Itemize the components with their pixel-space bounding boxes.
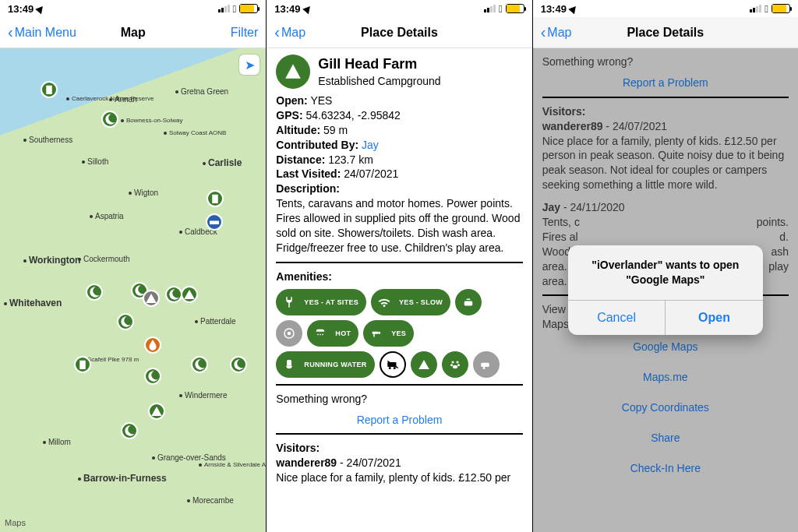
map-city-label: Windermere — [179, 391, 227, 400]
phone-map-screen: 13:49 􀙇 ‹Main Menu Map Filter ➤ AnnanGre… — [0, 0, 266, 532]
map-pin-moon[interactable] — [86, 284, 103, 301]
map-pin-drop[interactable] — [144, 336, 161, 354]
location-icon — [302, 3, 312, 13]
map-city-label: Southerness — [23, 136, 72, 144]
map-city-label: Bowness-on-Solway — [121, 117, 182, 124]
status-bar: 13:49 􀙇 — [267, 0, 531, 17]
map-pin-building[interactable] — [41, 81, 58, 98]
map-city-label: Caerlaverock Nature Reserve — [66, 95, 154, 102]
description-row: Description:Tents, caravans and motor ho… — [276, 181, 522, 255]
svg-point-16 — [457, 364, 460, 366]
amenity-tap: YES — [363, 320, 414, 347]
signal-icon — [484, 5, 496, 12]
wifi-icon: 􀙇 — [764, 3, 768, 15]
nav-title: Map — [121, 26, 146, 40]
wifi-icon: 􀙇 — [233, 3, 237, 15]
alert-message: "iOverlander" wants to open "Google Maps… — [568, 245, 763, 300]
battery-icon — [506, 4, 524, 13]
map-city-label: Arnside & Silverdale AONB — [199, 461, 266, 468]
map-pin-building[interactable] — [74, 356, 91, 373]
dish-icon — [279, 323, 299, 344]
report-problem-link[interactable]: Report a Problem — [276, 413, 522, 428]
shower-icon — [310, 323, 330, 344]
svg-rect-0 — [46, 86, 52, 94]
map-pin-moon[interactable] — [117, 313, 134, 330]
map-pin-moon[interactable] — [121, 422, 138, 439]
signal-icon — [750, 5, 761, 12]
map-pin-moon[interactable] — [165, 286, 182, 303]
tap-icon — [366, 323, 387, 344]
map-pin-building[interactable] — [207, 190, 224, 207]
wifi-icon: 􀙇 — [499, 3, 503, 15]
status-time: 13:49 — [8, 3, 34, 15]
something-wrong-label: Something wrong? — [276, 392, 522, 407]
svg-point-14 — [456, 361, 458, 363]
phone-alert-screen: 13:49 􀙇 ‹Map Place Details Something wro… — [532, 0, 798, 532]
map-pin-bed[interactable] — [206, 213, 223, 231]
svg-rect-18 — [481, 362, 489, 366]
map-city-label: Cockermouth — [78, 255, 129, 263]
alert-backdrop: "iOverlander" wants to open "Google Maps… — [533, 48, 798, 532]
nav-title: Place Details — [361, 26, 438, 40]
chevron-left-icon: ‹ — [8, 23, 13, 41]
open-row: Open: YES — [276, 93, 522, 108]
map-pin-tent[interactable] — [143, 290, 160, 307]
battery-icon — [772, 4, 790, 13]
svg-point-19 — [482, 367, 485, 369]
svg-point-10 — [388, 367, 390, 369]
compass-button[interactable]: ➤ — [239, 55, 260, 75]
phone-details-screen: 13:49 􀙇 ‹Map Place Details Gill Head Far… — [266, 0, 531, 532]
location-icon — [568, 3, 578, 13]
details-body: Gill Head Farm Established Campground Op… — [267, 48, 531, 532]
map-city-label: Millom — [43, 438, 71, 446]
amenity-plug: YES - AT SITES — [276, 289, 366, 315]
amenities-heading: Amenities: — [276, 270, 522, 284]
map-city-label: Silloth — [82, 157, 108, 166]
map-view[interactable]: ➤ AnnanGretna GreenCaerlaverock Nature R… — [0, 48, 266, 532]
toilet-icon — [279, 354, 299, 375]
place-category: Established Campground — [318, 74, 440, 89]
contributor-link[interactable]: Jay — [362, 139, 379, 151]
map-pin-moon[interactable] — [230, 356, 247, 373]
wifi-icon — [374, 292, 394, 312]
filter-button[interactable]: Filter — [231, 26, 259, 40]
alert-cancel-button[interactable]: Cancel — [568, 301, 666, 335]
amenity-pot — [455, 289, 482, 315]
amenity-paw — [442, 351, 468, 378]
place-name: Gill Head Farm — [318, 55, 440, 73]
rv-icon — [383, 354, 403, 375]
svg-point-7 — [288, 331, 291, 335]
pot-icon — [458, 292, 478, 312]
nav-title: Place Details — [627, 26, 704, 40]
chevron-left-icon: ‹ — [541, 23, 546, 41]
map-pin-tent[interactable] — [148, 403, 165, 420]
svg-rect-5 — [467, 298, 471, 300]
map-city-label: Workington — [23, 255, 80, 266]
gps-row: GPS: 54.63234, -2.95842 — [276, 108, 522, 123]
battery-icon — [239, 4, 258, 13]
open-app-alert: "iOverlander" wants to open "Google Maps… — [568, 245, 763, 334]
plug-icon — [279, 292, 299, 312]
visitors-heading: Visitors: — [276, 441, 522, 456]
map-pin-moon[interactable] — [144, 368, 161, 385]
map-pin-moon[interactable] — [191, 356, 208, 373]
status-time: 13:49 — [274, 3, 300, 15]
nav-bar: ‹Map Place Details — [533, 17, 798, 48]
last-visited-row: Last Visited: 24/07/2021 — [276, 167, 522, 181]
map-attribution: Maps — [5, 518, 26, 527]
alert-open-button[interactable]: Open — [666, 301, 763, 335]
back-button[interactable]: ‹Main Menu — [8, 23, 76, 41]
map-pin-moon[interactable] — [101, 111, 118, 128]
contributed-row: Contributed By: Jay — [276, 138, 522, 153]
campground-icon — [276, 55, 310, 89]
amenity-tent — [411, 351, 437, 378]
amenity-dish — [276, 320, 302, 347]
nav-bar: ‹Main Menu Map Filter — [0, 17, 266, 48]
details-body: Something wrong? Report a Problem Visito… — [533, 48, 798, 532]
back-button[interactable]: ‹Map — [274, 23, 305, 41]
status-time: 13:49 — [541, 3, 567, 15]
status-bar: 13:49 􀙇 — [533, 0, 798, 17]
back-button[interactable]: ‹Map — [541, 23, 572, 41]
map-pin-tent[interactable] — [181, 286, 198, 303]
svg-rect-4 — [464, 301, 473, 305]
